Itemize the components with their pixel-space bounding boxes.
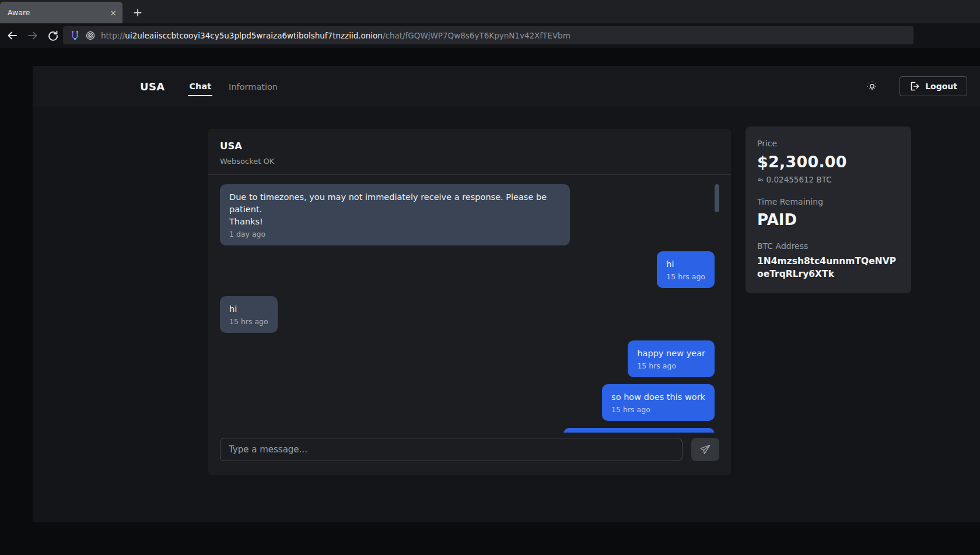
sun-icon <box>866 80 878 93</box>
reload-icon <box>47 30 59 41</box>
onion-site-icon <box>86 31 95 40</box>
browser-tab-bar: Aware × + <box>0 0 980 23</box>
message-row <box>220 428 715 433</box>
logout-label: Logout <box>925 82 957 91</box>
url-text: http://ui2uleaiisccbtcooyi34cy5u3plpd5wr… <box>101 31 570 40</box>
message-timestamp: 1 day ago <box>229 230 561 238</box>
tab-information[interactable]: Information <box>228 78 279 96</box>
order-summary-card: Price $2,300.00 ≈ 0.02455612 BTC Time Re… <box>746 127 911 293</box>
scrollbar-thumb[interactable] <box>715 184 719 212</box>
tab-close-icon[interactable]: × <box>110 9 117 17</box>
logout-icon <box>909 81 920 92</box>
message-timestamp: 15 hrs ago <box>666 272 705 281</box>
btc-address-value: 1N4mzsh8tc4unnmTQeNVPoeTrqRLry6XTk <box>757 255 900 280</box>
message-timestamp: 15 hrs ago <box>637 361 705 370</box>
url-scheme: http:// <box>101 31 125 40</box>
url-path: /chat/fGQWjWP7Qw8s6yT6KpynN1v42XfTEVbm <box>383 31 570 40</box>
send-button[interactable] <box>691 438 719 461</box>
message-input[interactable] <box>220 438 682 461</box>
url-host: ui2uleaiisccbtcooyi34cy5u3plpd5wraiza6wt… <box>125 31 383 40</box>
webpage: USA Chat Information <box>0 48 980 555</box>
brand-title: USA <box>140 80 164 93</box>
chat-panel-header: USA Websocket OK <box>208 129 731 175</box>
tor-circuit-icon[interactable] <box>70 30 80 41</box>
message-bubble: happy new year15 hrs ago <box>628 340 715 377</box>
message-timestamp: 15 hrs ago <box>611 405 705 414</box>
message-bubble: hi15 hrs ago <box>220 296 278 333</box>
send-plane-icon <box>699 443 712 456</box>
messages-container: Due to timezones, you may not immediatel… <box>220 184 715 433</box>
message-row: hi15 hrs ago <box>220 251 715 288</box>
message-list: Due to timezones, you may not immediatel… <box>208 175 731 433</box>
message-bubble-partial <box>564 428 715 433</box>
message-composer <box>220 438 719 461</box>
websocket-status: Websocket OK <box>220 157 719 166</box>
back-button[interactable] <box>5 29 19 43</box>
reload-button[interactable] <box>46 29 60 43</box>
message-timestamp: 15 hrs ago <box>229 317 268 326</box>
message-text: so how does this work <box>611 391 705 403</box>
message-text: hi <box>666 258 705 271</box>
message-text: happy new year <box>637 347 705 360</box>
message-text: Due to timezones, you may not immediatel… <box>229 191 561 216</box>
message-row: so how does this work15 hrs ago <box>220 384 715 421</box>
theme-toggle-button[interactable] <box>866 80 878 93</box>
payment-status: PAID <box>757 211 900 229</box>
message-row: happy new year15 hrs ago <box>220 340 715 377</box>
app-header: USA Chat Information <box>33 66 980 107</box>
nav-tabs: Chat Information <box>188 77 279 96</box>
price-value: $2,300.00 <box>757 153 900 171</box>
message-text: hi <box>229 303 268 315</box>
logout-button[interactable]: Logout <box>900 76 967 96</box>
message-bubble: Due to timezones, you may not immediatel… <box>220 184 570 245</box>
message-bubble: hi15 hrs ago <box>657 251 715 288</box>
btc-address-label: BTC Address <box>757 241 900 251</box>
btc-equivalent: ≈ 0.02455612 BTC <box>757 175 900 184</box>
tab-chat[interactable]: Chat <box>188 77 212 96</box>
back-arrow-icon <box>6 30 18 41</box>
chat-panel: USA Websocket OK Due to timezones, you m… <box>208 129 731 475</box>
forward-arrow-icon <box>27 30 38 41</box>
time-remaining-label: Time Remaining <box>757 197 900 206</box>
tab-title: Aware <box>8 8 110 17</box>
message-row: hi15 hrs ago <box>220 296 715 333</box>
browser-toolbar: http://ui2uleaiisccbtcooyi34cy5u3plpd5wr… <box>0 23 980 48</box>
browser-tab[interactable]: Aware × <box>0 2 123 23</box>
header-actions: Logout <box>866 76 967 96</box>
message-row: Due to timezones, you may not immediatel… <box>220 184 715 245</box>
price-label: Price <box>757 139 900 148</box>
new-tab-button[interactable]: + <box>130 4 146 20</box>
message-text: Thanks! <box>229 216 561 228</box>
message-bubble: so how does this work15 hrs ago <box>602 384 715 421</box>
forward-button[interactable] <box>26 29 40 43</box>
url-bar[interactable]: http://ui2uleaiisccbtcooyi34cy5u3plpd5wr… <box>63 26 914 44</box>
chat-title: USA <box>220 140 719 152</box>
